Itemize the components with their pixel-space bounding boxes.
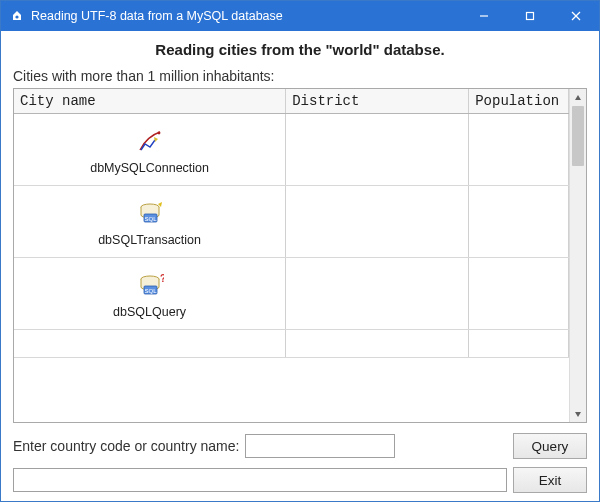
svg-point-6 <box>157 132 160 135</box>
designer-component-label: dbMySQLConnection <box>90 161 209 175</box>
table-row: dbMySQLConnection <box>14 114 569 186</box>
svg-marker-16 <box>575 95 581 100</box>
designer-component-sqlquery[interactable]: SQL ? dbSQLQuery <box>14 258 285 329</box>
scrollbar-track[interactable] <box>570 106 586 405</box>
table-row: SQL ? dbSQLQuery <box>14 258 569 330</box>
exit-button[interactable]: Exit <box>513 467 587 493</box>
window-title: Reading UTF-8 data from a MySQL database <box>31 9 461 23</box>
scroll-up-arrow-icon[interactable] <box>570 89 586 106</box>
status-input[interactable] <box>13 468 507 492</box>
col-population[interactable]: Population <box>469 89 569 114</box>
designer-component-label: dbSQLQuery <box>113 305 186 319</box>
svg-text:SQL: SQL <box>144 216 157 222</box>
designer-component-mysqlconnection[interactable]: dbMySQLConnection <box>14 114 285 185</box>
country-input-label: Enter country code or country name: <box>13 438 239 454</box>
maximize-button[interactable] <box>507 1 553 31</box>
grid-vertical-scrollbar[interactable] <box>569 89 586 422</box>
svg-marker-17 <box>575 412 581 417</box>
svg-text:?: ? <box>160 273 164 284</box>
scrollbar-thumb[interactable] <box>572 106 584 166</box>
col-city-name[interactable]: City name <box>14 89 286 114</box>
page-subheading: Cities with more than 1 million inhabita… <box>13 68 587 84</box>
table-header-row: City name District Population <box>14 89 569 114</box>
sql-query-icon: SQL ? <box>136 272 164 301</box>
query-button[interactable]: Query <box>513 433 587 459</box>
scroll-down-arrow-icon[interactable] <box>570 405 586 422</box>
close-button[interactable] <box>553 1 599 31</box>
client-area: Reading cities from the "world" databse.… <box>1 31 599 501</box>
col-district[interactable]: District <box>286 89 469 114</box>
status-row: Exit <box>13 467 587 493</box>
svg-text:SQL: SQL <box>144 288 157 294</box>
app-window: Reading UTF-8 data from a MySQL database… <box>0 0 600 502</box>
minimize-button[interactable] <box>461 1 507 31</box>
window-controls <box>461 1 599 31</box>
table-row: SQL dbSQLTransaction <box>14 186 569 258</box>
country-input[interactable] <box>245 434 395 458</box>
cities-grid[interactable]: City name District Population <box>13 88 587 423</box>
designer-component-sqltransaction[interactable]: SQL dbSQLTransaction <box>14 186 285 257</box>
table-row <box>14 330 569 358</box>
app-icon <box>9 8 25 24</box>
svg-point-1 <box>15 15 18 18</box>
svg-rect-3 <box>527 13 534 20</box>
mysql-connection-icon <box>136 128 164 157</box>
designer-component-label: dbSQLTransaction <box>98 233 201 247</box>
sql-transaction-icon: SQL <box>136 200 164 229</box>
page-heading: Reading cities from the "world" databse. <box>13 41 587 58</box>
titlebar: Reading UTF-8 data from a MySQL database <box>1 1 599 31</box>
country-input-row: Enter country code or country name: Quer… <box>13 433 587 459</box>
